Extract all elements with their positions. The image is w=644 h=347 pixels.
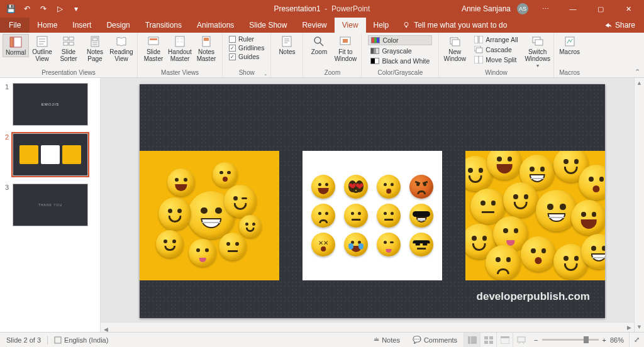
tab-file[interactable]: File bbox=[0, 18, 30, 33]
horizontal-scrollbar[interactable]: ◀ ▶ bbox=[101, 322, 634, 332]
move-split-button[interactable]: Move Split bbox=[472, 55, 520, 64]
notes-toggle[interactable]: ≐ Notes bbox=[367, 333, 406, 347]
maximize-button[interactable]: ▢ bbox=[590, 0, 611, 18]
black-and-white-button[interactable]: Black and White bbox=[368, 57, 432, 65]
ruler-checkbox[interactable]: Ruler bbox=[229, 35, 264, 43]
scroll-up-icon[interactable]: ▲ bbox=[635, 78, 644, 88]
notes-icon bbox=[280, 35, 293, 48]
tab-design[interactable]: Design bbox=[99, 18, 137, 33]
slide-counter[interactable]: Slide 2 of 3 bbox=[0, 333, 47, 347]
slide-editor[interactable]: developerpublish.com ▲ ▼ ◀ ▶ bbox=[101, 78, 644, 332]
redo-icon[interactable]: ↷ bbox=[38, 3, 49, 14]
zoom-out-button[interactable]: − bbox=[534, 336, 538, 344]
share-button[interactable]: Share bbox=[595, 18, 644, 33]
tab-insert[interactable]: Insert bbox=[65, 18, 99, 33]
image-emoji-pile[interactable] bbox=[465, 151, 605, 280]
svg-rect-46 bbox=[471, 336, 477, 344]
notes-master-button[interactable]: Notes Master bbox=[193, 34, 219, 62]
checkbox-icon: ✓ bbox=[229, 53, 236, 60]
tab-slide-show[interactable]: Slide Show bbox=[242, 18, 294, 33]
zoom-percent[interactable]: 86% bbox=[610, 336, 624, 344]
normal-view-button[interactable]: Normal bbox=[3, 34, 29, 57]
normal-view-status-button[interactable] bbox=[464, 333, 480, 348]
cascade-button[interactable]: Cascade bbox=[472, 45, 520, 54]
slide-canvas[interactable]: developerpublish.com bbox=[140, 84, 605, 318]
switch-windows-button[interactable]: Switch Windows ▾ bbox=[525, 34, 551, 69]
reading-view-button[interactable]: Reading View bbox=[108, 34, 135, 62]
zoom-label: Zoom bbox=[311, 49, 328, 56]
scroll-left-icon[interactable]: ◀ bbox=[101, 324, 111, 332]
scroll-right-icon[interactable]: ▶ bbox=[624, 322, 634, 332]
reading-view-status-button[interactable] bbox=[496, 333, 513, 348]
comments-toggle[interactable]: 💬 Comments bbox=[406, 333, 464, 347]
ribbon-display-options-icon[interactable]: ⋯ bbox=[535, 0, 556, 18]
user-avatar[interactable]: AS bbox=[517, 3, 528, 14]
notes-page-button[interactable]: Notes Page bbox=[82, 34, 108, 62]
color-button[interactable]: Color bbox=[368, 35, 432, 45]
group-label-color-grayscale: Color/Grayscale bbox=[362, 69, 438, 77]
group-label-notes bbox=[271, 69, 303, 77]
svg-rect-25 bbox=[282, 36, 291, 47]
cascade-icon bbox=[474, 46, 483, 53]
macros-icon bbox=[564, 35, 576, 48]
thumbnail-1[interactable]: 1 EMOJIS bbox=[0, 82, 100, 132]
svg-rect-49 bbox=[484, 341, 488, 344]
macros-button[interactable]: Macros bbox=[557, 34, 583, 56]
vertical-scrollbar[interactable]: ▲ ▼ bbox=[634, 78, 644, 332]
notes-icon: ≐ bbox=[374, 336, 379, 344]
qat-customize-icon[interactable]: ▾ bbox=[70, 3, 82, 14]
slideshow-status-button[interactable] bbox=[513, 333, 529, 348]
gridlines-checkbox[interactable]: ✓Gridlines bbox=[229, 44, 264, 52]
thumbnail-3[interactable]: 3 THANK YOU bbox=[0, 182, 100, 233]
fit-to-window-button[interactable]: Fit to Window bbox=[332, 34, 358, 62]
thumb-number: 2 bbox=[4, 133, 9, 141]
notes-button[interactable]: Notes bbox=[274, 34, 300, 56]
thumb-preview: THANK YOU bbox=[13, 184, 88, 226]
new-window-button[interactable]: New Window bbox=[441, 34, 468, 62]
arrange-all-button[interactable]: Arrange All bbox=[472, 35, 520, 44]
svg-rect-36 bbox=[479, 36, 483, 43]
minimize-button[interactable]: — bbox=[562, 0, 584, 18]
svg-rect-21 bbox=[177, 41, 179, 43]
zoom-slider[interactable] bbox=[542, 339, 599, 341]
tab-transitions[interactable]: Transitions bbox=[138, 18, 189, 33]
start-from-beginning-icon[interactable]: ▷ bbox=[54, 3, 65, 14]
zoom-in-button[interactable]: + bbox=[602, 336, 606, 344]
slide-master-button[interactable]: Slide Master bbox=[140, 34, 167, 62]
guides-checkbox[interactable]: ✓Guides bbox=[229, 53, 264, 60]
outline-view-button[interactable]: Outline View bbox=[29, 34, 55, 62]
lightbulb-icon bbox=[402, 21, 410, 29]
language-status[interactable]: English (India) bbox=[48, 333, 114, 347]
scroll-down-icon[interactable]: ▼ bbox=[635, 322, 644, 332]
group-label-window: Window bbox=[439, 69, 553, 77]
save-icon[interactable]: 💾 bbox=[5, 3, 16, 14]
tab-view[interactable]: View bbox=[335, 18, 366, 33]
tab-animations[interactable]: Animations bbox=[189, 18, 242, 33]
user-name[interactable]: Annie Sanjana bbox=[462, 4, 511, 13]
ruler-label: Ruler bbox=[238, 35, 254, 43]
tab-review[interactable]: Review bbox=[294, 18, 334, 33]
notes-master-icon bbox=[200, 35, 213, 48]
thumbnail-2[interactable]: 2 bbox=[0, 132, 100, 182]
close-button[interactable]: ✕ bbox=[618, 0, 639, 18]
group-label-show[interactable]: Show bbox=[223, 69, 270, 77]
slide-sorter-button[interactable]: Slide Sorter bbox=[55, 34, 82, 62]
zoom-button[interactable]: Zoom bbox=[306, 34, 332, 56]
grayscale-button[interactable]: Grayscale bbox=[368, 47, 432, 55]
zoom-slider-thumb[interactable] bbox=[584, 336, 589, 343]
slide-master-label: Slide Master bbox=[144, 49, 164, 62]
group-label-macros: Macros bbox=[554, 69, 586, 77]
tab-help[interactable]: Help bbox=[366, 18, 397, 33]
svg-rect-45 bbox=[468, 336, 470, 344]
fit-to-window-status-button[interactable]: ⤢ bbox=[629, 333, 644, 348]
slide-sorter-status-button[interactable] bbox=[480, 333, 496, 348]
image-emoji-cluster[interactable] bbox=[140, 151, 279, 280]
image-emoji-grid[interactable] bbox=[303, 151, 442, 280]
handout-master-button[interactable]: Handout Master bbox=[167, 34, 193, 62]
collapse-ribbon-icon[interactable]: ⌃ bbox=[635, 68, 640, 76]
tab-home[interactable]: Home bbox=[30, 18, 65, 33]
tell-me-search[interactable]: Tell me what you want to do bbox=[396, 18, 513, 33]
thumb-number: 3 bbox=[4, 184, 9, 191]
slide-thumbnail-panel[interactable]: 1 EMOJIS 2 3 THANK YOU bbox=[0, 78, 101, 332]
undo-icon[interactable]: ↶ bbox=[21, 3, 33, 14]
